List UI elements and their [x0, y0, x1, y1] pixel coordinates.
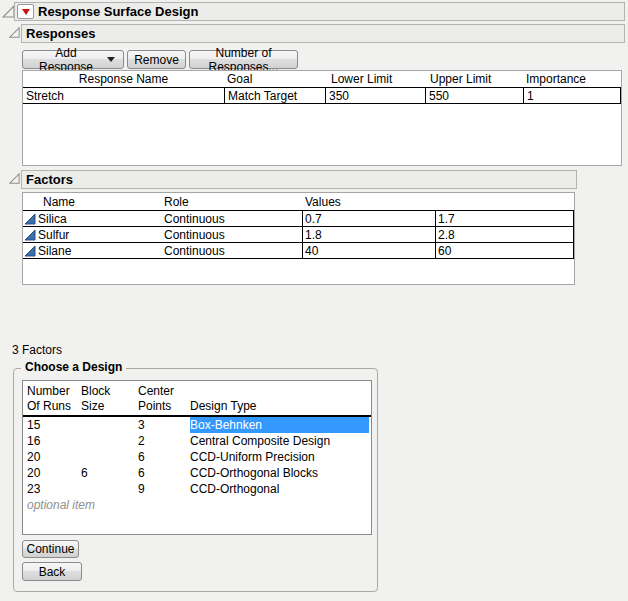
col-number-line1: Number — [27, 384, 81, 398]
responses-header: Responses — [26, 25, 95, 42]
col-type-line1 — [190, 383, 371, 398]
continue-button[interactable]: Continue — [22, 540, 79, 558]
col-block-line1: Block — [81, 384, 138, 398]
dropdown-arrow-icon — [107, 57, 115, 62]
runs-value: 15 — [27, 418, 81, 432]
design-list-item[interactable]: 20 6 6 CCD-Orthogonal Blocks — [23, 465, 371, 481]
factor-name-label: Silica — [38, 212, 67, 226]
page-title: Response Surface Design — [38, 3, 198, 20]
title-strip: Response Surface Design — [14, 2, 625, 21]
center-value: 9 — [138, 482, 190, 496]
col-lower-limit: Lower Limit — [325, 71, 425, 87]
col-center-line1: Center — [138, 384, 190, 398]
design-type-value: CCD-Orthogonal Blocks — [190, 465, 369, 481]
runs-value: 20 — [27, 466, 81, 480]
design-list-optional-item[interactable]: optional item — [23, 497, 371, 513]
col-importance: Importance — [523, 71, 621, 87]
design-list-item[interactable]: 23 9 CCD-Orthogonal — [23, 481, 371, 497]
response-importance-cell[interactable]: 1 — [523, 88, 621, 103]
design-list-header: Number Block Center Of Runs Size Points … — [23, 381, 371, 417]
factor-name-cell[interactable]: Silane — [23, 243, 164, 258]
response-row: Stretch Match Target 350 550 1 — [23, 88, 621, 104]
red-triangle-menu-button[interactable] — [17, 4, 34, 19]
runs-value: 23 — [27, 482, 81, 496]
factors-disclosure-icon[interactable] — [9, 173, 20, 184]
factors-header: Factors — [26, 171, 73, 188]
responses-table: Response Name Goal Lower Limit Upper Lim… — [22, 70, 622, 166]
continuous-factor-icon — [24, 229, 36, 241]
response-goal-cell[interactable]: Match Target — [224, 88, 325, 103]
factor-high-value-cell[interactable]: 2.8 — [435, 227, 574, 242]
center-value: 2 — [138, 434, 190, 448]
factor-row: Silane Continuous 40 60 — [23, 243, 574, 259]
factor-low-value-cell[interactable]: 0.7 — [302, 211, 435, 226]
design-list-item[interactable]: 15 3 Box-Behnken — [23, 417, 371, 433]
factor-name-label: Sulfur — [38, 228, 69, 242]
factor-row: Sulfur Continuous 1.8 2.8 — [23, 227, 574, 243]
col-response-name: Response Name — [23, 71, 224, 87]
col-role: Role — [164, 193, 302, 210]
factors-strip: Factors — [21, 170, 577, 189]
responses-strip: Responses — [21, 24, 625, 43]
design-list-item[interactable]: 16 2 Central Composite Design — [23, 433, 371, 449]
center-value: 6 — [138, 450, 190, 464]
factor-row: Silica Continuous 0.7 1.7 — [23, 211, 574, 227]
design-list: Number Block Center Of Runs Size Points … — [22, 380, 372, 535]
col-goal: Goal — [224, 71, 325, 87]
col-block-line2: Size — [81, 399, 138, 413]
center-value: 3 — [138, 418, 190, 432]
factor-role-cell[interactable]: Continuous — [164, 227, 302, 242]
factor-name-cell[interactable]: Silica — [23, 211, 164, 226]
factor-name-label: Silane — [38, 244, 71, 258]
design-type-value: CCD-Uniform Precision — [190, 449, 369, 465]
design-list-item[interactable]: 20 6 CCD-Uniform Precision — [23, 449, 371, 465]
col-values: Values — [302, 193, 341, 210]
factor-low-value-cell[interactable]: 40 — [302, 243, 435, 258]
design-type-value: CCD-Orthogonal — [190, 481, 369, 497]
factor-low-value-cell[interactable]: 1.8 — [302, 227, 435, 242]
remove-label: Remove — [134, 53, 179, 67]
optional-item-label: optional item — [27, 498, 95, 512]
responses-table-header: Response Name Goal Lower Limit Upper Lim… — [23, 71, 621, 88]
red-triangle-icon — [22, 9, 30, 15]
factor-role-cell[interactable]: Continuous — [164, 243, 302, 258]
col-design-type: Design Type — [190, 398, 371, 413]
continuous-factor-icon — [24, 213, 36, 225]
back-button[interactable]: Back — [22, 562, 82, 581]
add-response-button[interactable]: Add Response — [22, 50, 124, 69]
factor-name-cell[interactable]: Sulfur — [23, 227, 164, 242]
col-number-line2: Of Runs — [27, 399, 81, 413]
factor-high-value-cell[interactable]: 60 — [435, 243, 574, 258]
factor-role-cell[interactable]: Continuous — [164, 211, 302, 226]
runs-value: 16 — [27, 434, 81, 448]
continue-label: Continue — [26, 542, 74, 556]
response-name-cell[interactable]: Stretch — [23, 88, 224, 103]
col-upper-limit: Upper Limit — [425, 71, 523, 87]
responses-disclosure-icon[interactable] — [9, 27, 20, 38]
runs-value: 20 — [27, 450, 81, 464]
design-type-value: Central Composite Design — [190, 433, 369, 449]
response-upper-limit-cell[interactable]: 550 — [425, 88, 523, 103]
response-lower-limit-cell[interactable]: 350 — [325, 88, 425, 103]
remove-button[interactable]: Remove — [127, 50, 186, 69]
factors-table: Name Role Values Silica Continuous 0.7 1… — [22, 192, 575, 285]
number-of-responses-button[interactable]: Number of Responses... — [189, 50, 298, 69]
col-name: Name — [23, 193, 164, 210]
choose-a-design-title: Choose a Design — [21, 360, 126, 374]
continuous-factor-icon — [24, 245, 36, 257]
factors-table-header: Name Role Values — [23, 193, 574, 211]
factor-high-value-cell[interactable]: 1.7 — [435, 211, 574, 226]
col-center-line2: Points — [138, 399, 190, 413]
factor-count-label: 3 Factors — [12, 343, 62, 357]
design-type-value: Box-Behnken — [190, 417, 369, 433]
block-value: 6 — [81, 466, 138, 480]
back-label: Back — [39, 565, 66, 579]
center-value: 6 — [138, 466, 190, 480]
